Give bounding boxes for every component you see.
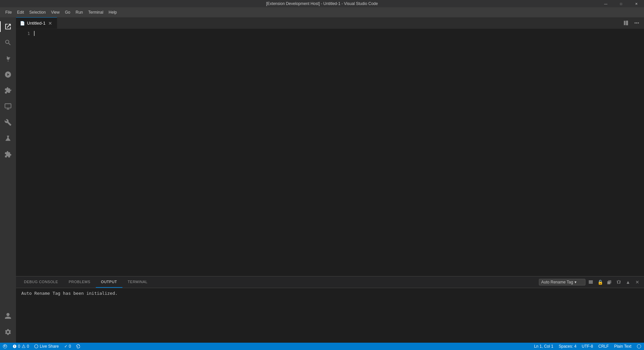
puzzle-icon[interactable]	[0, 146, 16, 162]
error-warning-status[interactable]: 0 0	[10, 343, 32, 350]
editor-content[interactable]: 1	[16, 29, 644, 276]
close-button[interactable]: ✕	[629, 0, 644, 7]
cursor-line	[34, 30, 644, 37]
text-cursor	[34, 31, 35, 36]
line-ending-status[interactable]: CRLF	[596, 343, 611, 350]
svg-rect-0	[5, 104, 11, 108]
status-bar-left: 0 0 Live Share ✓ 0	[0, 343, 83, 350]
panel-content: Auto Rename Tag has been initialized.	[16, 288, 644, 343]
search-activity-icon[interactable]	[0, 35, 16, 51]
line-col-status[interactable]: Ln 1, Col 1	[531, 343, 556, 350]
explorer-icon[interactable]	[0, 19, 16, 35]
main-container: 📄 Untitled-1 ✕ ••• 1	[0, 17, 644, 343]
live-share-label: Live Share	[40, 344, 59, 349]
maximize-button[interactable]: □	[613, 0, 629, 7]
extension-dev-icon[interactable]	[0, 114, 16, 130]
accounts-icon[interactable]	[0, 308, 16, 324]
menu-file[interactable]: File	[3, 9, 14, 16]
split-editor-button[interactable]	[621, 19, 631, 27]
tab-bar: 📄 Untitled-1 ✕ •••	[16, 17, 644, 29]
live-share-status[interactable]: Live Share	[32, 343, 61, 350]
window-title: [Extension Development Host] - Untitled-…	[266, 1, 378, 6]
tab-untitled-1[interactable]: 📄 Untitled-1 ✕	[16, 17, 57, 29]
more-actions-button[interactable]: •••	[632, 19, 641, 27]
source-control-icon[interactable]	[0, 51, 16, 67]
activity-bar-bottom	[0, 308, 16, 343]
extensions-icon[interactable]	[0, 83, 16, 98]
check-count: 0	[69, 344, 71, 349]
panel-clear-button[interactable]	[615, 278, 623, 286]
panel-grid-button[interactable]	[587, 278, 595, 286]
error-count: 0	[18, 344, 20, 349]
output-channel-dropdown[interactable]: Auto Rename Tag ▾	[539, 279, 585, 285]
line-number-1: 1	[16, 30, 30, 37]
window-controls: ― □ ✕	[598, 0, 644, 7]
spaces-status[interactable]: Spaces: 4	[556, 343, 579, 350]
menu-help[interactable]: Help	[106, 9, 120, 16]
editor-text-area[interactable]	[33, 29, 644, 276]
tab-terminal[interactable]: TERMINAL	[122, 276, 153, 288]
editor-area: 📄 Untitled-1 ✕ ••• 1	[16, 17, 644, 343]
menu-bar: File Edit Selection View Go Run Terminal…	[0, 7, 644, 17]
tab-label: Untitled-1	[27, 21, 46, 26]
menu-selection[interactable]: Selection	[27, 9, 48, 16]
remote-status[interactable]	[0, 343, 10, 350]
run-debug-icon[interactable]	[0, 67, 16, 83]
status-bar-right: Ln 1, Col 1 Spaces: 4 UTF-8 CRLF Plain T…	[531, 343, 644, 350]
svg-point-3	[35, 345, 38, 348]
menu-terminal[interactable]: Terminal	[85, 9, 106, 16]
panel-copy-button[interactable]	[605, 278, 613, 286]
notifications-status[interactable]	[634, 343, 644, 350]
tab-output[interactable]: OUTPUT	[96, 276, 122, 288]
line-ending-text: CRLF	[598, 344, 609, 349]
spaces-text: Spaces: 4	[559, 344, 576, 349]
status-bar: 0 0 Live Share ✓ 0 Ln 1, Col 1 Spaces: 4…	[0, 343, 644, 350]
tab-problems[interactable]: PROBLEMS	[63, 276, 95, 288]
menu-go[interactable]: Go	[62, 9, 73, 16]
line-numbers: 1	[16, 29, 33, 276]
menu-edit[interactable]: Edit	[14, 9, 27, 16]
check-icon: ✓	[64, 344, 68, 349]
tab-actions: •••	[619, 17, 644, 29]
menu-run[interactable]: Run	[73, 9, 85, 16]
encoding-text: UTF-8	[582, 344, 593, 349]
tab-debug-console[interactable]: DEBUG CONSOLE	[19, 276, 63, 288]
minimize-button[interactable]: ―	[598, 0, 613, 7]
dropdown-chevron: ▾	[574, 280, 576, 284]
line-col-text: Ln 1, Col 1	[534, 344, 553, 349]
warning-count: 0	[27, 344, 29, 349]
panel-chevron-up-button[interactable]: ▲	[624, 278, 632, 286]
menu-view[interactable]: View	[48, 9, 62, 16]
panel-lock-button[interactable]: 🔒	[596, 278, 604, 286]
panel-output-text: Auto Rename Tag has been initialized.	[21, 291, 118, 296]
panel-area: DEBUG CONSOLE PROBLEMS OUTPUT TERMINAL A…	[16, 276, 644, 343]
panel-close-button[interactable]: ✕	[633, 278, 641, 286]
sync-status[interactable]	[74, 343, 83, 350]
language-text: Plain Text	[614, 344, 631, 349]
encoding-status[interactable]: UTF-8	[579, 343, 596, 350]
tab-close-button[interactable]: ✕	[48, 21, 53, 26]
settings-icon[interactable]	[0, 324, 16, 340]
tab-file-icon: 📄	[20, 21, 25, 26]
testing-icon[interactable]	[0, 130, 16, 146]
activity-bar	[0, 17, 16, 343]
dropdown-label: Auto Rename Tag	[541, 280, 573, 284]
remote-explorer-icon[interactable]	[0, 98, 16, 114]
language-status[interactable]: Plain Text	[611, 343, 634, 350]
title-bar: [Extension Development Host] - Untitled-…	[0, 0, 644, 7]
check-status[interactable]: ✓ 0	[62, 343, 74, 350]
panel-tabs: DEBUG CONSOLE PROBLEMS OUTPUT TERMINAL A…	[16, 276, 644, 288]
panel-toolbar: Auto Rename Tag ▾ 🔒 ▲ ✕	[539, 276, 641, 288]
